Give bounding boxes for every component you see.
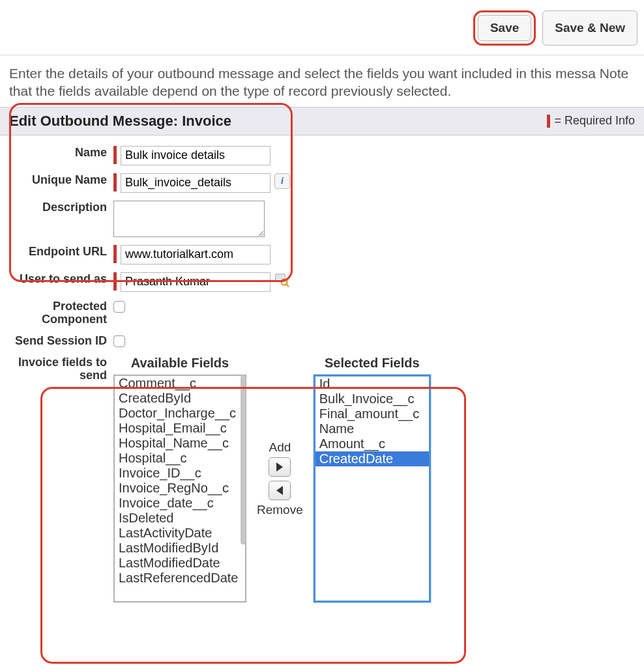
list-item[interactable]: Comment__c [115,376,245,391]
row-send-session-id: Send Session ID [9,330,635,352]
arrow-right-icon [276,462,283,472]
section-title: Edit Outbound Message: Invoice [9,113,231,130]
list-item[interactable]: Invoice_RegNo__c [115,481,245,496]
row-endpoint-url: Endpoint URL [9,241,635,268]
available-fields-title: Available Fields [131,356,229,371]
selected-fields-column: Selected Fields IdBulk_Invoice__cFinal_a… [314,356,431,603]
list-item[interactable]: Hospital__c [115,451,245,466]
row-name: Name [9,142,635,169]
row-user-to-send: User to send as [9,268,635,296]
selected-fields-title: Selected Fields [325,356,420,371]
list-item[interactable]: Invoice_ID__c [115,466,245,481]
scrollbar-icon[interactable] [241,375,246,545]
required-bar-icon [113,173,117,192]
save-highlight-annotation: Save [473,10,536,46]
dual-picklist: Available Fields Comment__cCreatedByIdDo… [113,356,431,603]
toolbar: Save Save & New [0,0,644,55]
row-protected-component: Protected Component [9,296,635,330]
add-button[interactable] [269,457,291,477]
section-header: Edit Outbound Message: Invoice = Require… [0,107,644,135]
row-unique-name: Unique Name i [9,169,635,197]
intro-text: Enter the details of your outbound messa… [0,55,644,107]
picklist-controls: Add Remove [257,440,303,517]
required-bar-icon [113,272,117,291]
user-to-send-input[interactable] [121,272,271,292]
selected-fields-list[interactable]: IdBulk_Invoice__cFinal_amount__cNameAmou… [314,375,431,603]
required-legend: = Required Info [547,114,635,128]
label-fields-to-send: Invoice fields to send [9,356,113,382]
remove-button[interactable] [269,481,291,500]
required-bar-icon [113,245,117,263]
save-and-new-button[interactable]: Save & New [542,10,637,46]
row-fields-to-send: Invoice fields to send Available Fields … [9,352,635,606]
required-legend-text: = Required Info [554,114,635,128]
label-send-session-id: Send Session ID [9,334,113,348]
svg-line-4 [287,284,289,287]
remove-label: Remove [257,503,303,517]
arrow-left-icon [276,486,283,495]
label-unique-name: Unique Name [9,173,113,187]
name-input[interactable] [121,146,271,165]
list-item[interactable]: Bulk_Invoice__c [315,391,429,406]
label-endpoint-url: Endpoint URL [9,245,113,259]
list-item[interactable]: Amount__c [315,436,429,451]
list-item[interactable]: Hospital_Email__c [115,421,245,436]
list-item[interactable]: CreatedById [115,391,245,406]
lookup-icon[interactable] [274,272,290,288]
list-item[interactable]: Id [315,376,429,391]
list-item[interactable]: IsDeleted [115,511,245,526]
label-protected-component: Protected Component [9,300,113,326]
list-item[interactable]: CreatedDate [315,451,429,466]
list-item[interactable]: LastModifiedDate [115,556,245,571]
add-label: Add [269,440,291,455]
send-session-id-checkbox[interactable] [113,335,125,347]
form-area: Name Unique Name i Description Endpoint … [0,135,644,613]
info-icon[interactable]: i [274,173,290,189]
required-bar-icon [547,115,550,128]
list-item[interactable]: LastReferencedDate [115,571,245,586]
list-item[interactable]: LastModifiedById [115,541,245,556]
svg-rect-2 [277,277,284,279]
list-item[interactable]: Invoice_date__c [115,496,245,511]
available-fields-list[interactable]: Comment__cCreatedByIdDoctor_Incharge__cH… [113,375,246,603]
description-textarea[interactable] [113,201,265,237]
required-bar-icon [113,146,117,164]
label-description: Description [9,201,113,214]
label-user-to-send: User to send as [9,272,113,286]
svg-rect-1 [277,276,284,277]
available-fields-column: Available Fields Comment__cCreatedByIdDo… [113,356,246,603]
list-item[interactable]: LastActivityDate [115,526,245,541]
save-button[interactable]: Save [478,15,531,41]
label-name: Name [9,146,113,160]
endpoint-url-input[interactable] [121,245,271,264]
list-item[interactable]: Name [315,421,429,436]
list-item[interactable]: Doctor_Incharge__c [115,406,245,421]
protected-component-checkbox[interactable] [113,301,125,313]
list-item[interactable]: Final_amount__c [315,406,429,421]
row-description: Description [9,197,635,241]
unique-name-input[interactable] [121,173,271,193]
list-item[interactable]: Hospital_Name__c [115,436,245,451]
